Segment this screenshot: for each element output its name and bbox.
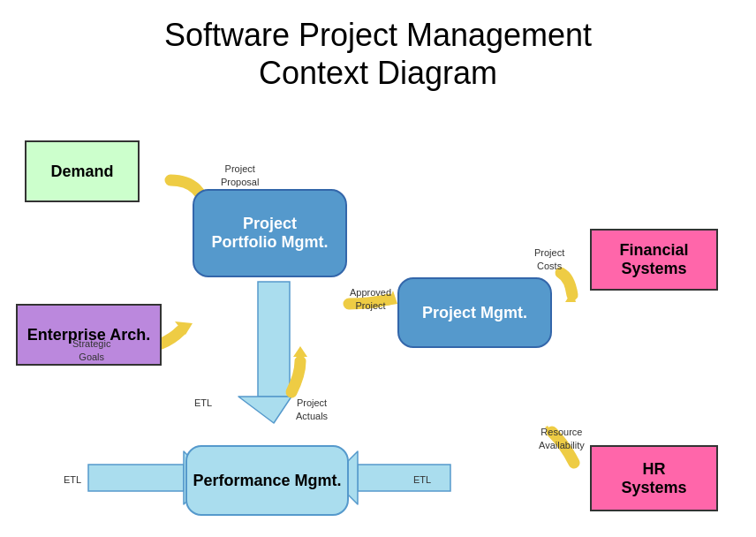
label-project-costs: Project Costs [534,246,564,272]
svg-marker-1 [238,397,291,423]
page-title: Software Project Management Context Diag… [0,0,756,92]
svg-marker-10 [293,346,307,357]
diagram: Demand Project Portfolio Mgmt. Enterpris… [0,101,756,533]
hr-box: HR Systems [590,445,718,511]
svg-rect-0 [258,282,290,397]
svg-marker-9 [565,291,576,302]
label-etl-portfolio: ETL [194,397,212,409]
label-etl-left: ETL [64,473,81,486]
demand-box: Demand [25,140,140,202]
label-approved-project: Approved Project [350,286,391,312]
svg-rect-4 [358,465,450,491]
label-etl-right: ETL [413,473,431,486]
portfolio-box: Project Portfolio Mgmt. [193,189,347,277]
svg-rect-2 [88,465,184,491]
svg-marker-7 [175,321,193,335]
project-mgmt-box: Project Mgmt. [397,277,552,348]
label-project-proposal: Project Proposal [221,163,259,188]
performance-box: Performance Mgmt. [185,445,349,516]
label-project-actuals: Project Actuals [296,397,328,422]
financial-box: Financial Systems [590,229,718,291]
label-resource-availability: Resource Availability [539,426,585,451]
label-strategic-goals: Strategic Goals [72,337,110,363]
